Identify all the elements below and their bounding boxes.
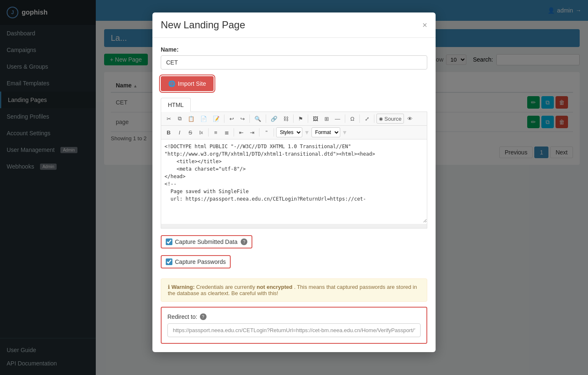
modal-close-button[interactable]: ×	[422, 20, 427, 30]
find-button[interactable]: 🔍	[252, 114, 264, 124]
html-editor[interactable]: <!DOCTYPE html PUBLIC "-//W3C//DTD XHTML…	[161, 139, 427, 223]
toolbar-sep	[249, 114, 250, 123]
table-button[interactable]: ⊞	[321, 114, 331, 124]
capture-submitted-checkbox[interactable]	[166, 238, 172, 245]
special-char-button[interactable]: Ω	[347, 114, 357, 124]
redirect-label: Redirect to: ?	[167, 313, 421, 320]
toolbar-sep	[293, 114, 294, 123]
paste-text-button[interactable]: 📄	[198, 114, 209, 124]
italic-button[interactable]: I	[174, 127, 184, 137]
undo-button[interactable]: ↩	[227, 114, 237, 124]
warning-icon: ℹ	[168, 284, 170, 290]
tab-html[interactable]: HTML	[161, 98, 191, 112]
modal-header: New Landing Page ×	[152, 12, 436, 38]
capture-submitted-wrapper: Capture Submitted Data ?	[161, 235, 427, 252]
format-select[interactable]: Format	[311, 127, 340, 137]
bold-button[interactable]: B	[164, 127, 174, 137]
toolbar-row1: ✂ ⧉ 📋 📄 📝 ↩ ↪ 🔍 🔗 ⛓ ⚑	[161, 112, 427, 126]
editor-scrollbar	[161, 224, 427, 228]
capture-submitted-group: Capture Submitted Data ?	[161, 235, 252, 248]
globe-icon: 🌐	[168, 80, 175, 87]
source-button[interactable]: ◉ Source	[376, 114, 404, 124]
redo-button[interactable]: ↪	[237, 114, 247, 124]
toolbar-sep	[208, 128, 209, 137]
capture-passwords-group: Capture Passwords	[161, 255, 231, 268]
toolbar-sep	[234, 128, 234, 137]
warning-body: Credentials are currently	[196, 284, 257, 290]
modal-overlay: New Landing Page × Name: 🌐 Import Site H…	[0, 0, 588, 375]
warning-box: ℹ Warning: Credentials are currently not…	[161, 278, 427, 302]
capture-passwords-wrapper: Capture Passwords	[161, 255, 427, 272]
capture-passwords-label: Capture Passwords	[175, 258, 226, 265]
modal-title: New Landing Page	[161, 19, 245, 31]
blockquote-button[interactable]: "	[262, 127, 272, 137]
modal-body: Name: 🌐 Import Site HTML ✂	[152, 38, 436, 352]
import-site-button[interactable]: 🌐 Import Site	[161, 76, 214, 91]
strike-button[interactable]: S	[185, 127, 195, 137]
name-input[interactable]	[161, 55, 427, 70]
capture-submitted-help-icon[interactable]: ?	[241, 238, 247, 245]
new-landing-page-modal: New Landing Page × Name: 🌐 Import Site H…	[152, 12, 436, 352]
toolbar-sep	[259, 128, 259, 137]
ol-button[interactable]: ≡	[211, 127, 221, 137]
toolbar-sep	[274, 128, 274, 137]
preview-button[interactable]: 👁	[405, 114, 415, 124]
toolbar-sep	[266, 114, 266, 123]
warning-bold: not encrypted	[257, 284, 292, 290]
toolbar-row2: B I S Ix ≡ ≣ ⇤ ⇥ " Styles	[161, 126, 427, 139]
image-button[interactable]: 🖼	[310, 114, 321, 124]
unlink-button[interactable]: ⛓	[281, 114, 291, 124]
editor-tabs: HTML	[161, 98, 427, 112]
indent-button[interactable]: ⇥	[247, 127, 257, 137]
outdent-button[interactable]: ⇤	[236, 127, 246, 137]
maximize-button[interactable]: ⤢	[362, 114, 372, 124]
link-button[interactable]: 🔗	[268, 114, 280, 124]
cut-button[interactable]: ✂	[164, 114, 174, 124]
hr-button[interactable]: —	[332, 114, 343, 124]
warning-prefix: Warning:	[172, 284, 195, 290]
capture-submitted-label: Capture Submitted Data	[175, 238, 237, 245]
toolbar-sep	[374, 114, 374, 123]
copy-toolbar-button[interactable]: ⧉	[174, 114, 184, 124]
toolbar-sep	[359, 114, 360, 123]
subscript-button[interactable]: Ix	[196, 127, 206, 137]
name-label: Name:	[161, 46, 427, 53]
name-form-group: Name:	[161, 46, 427, 70]
paste-button[interactable]: 📋	[185, 114, 197, 124]
source-icon: ◉	[379, 116, 383, 122]
flag-button[interactable]: ⚑	[296, 114, 306, 124]
capture-section: Capture Submitted Data ? Capture Passwor…	[161, 235, 427, 272]
editor-wrapper: ✂ ⧉ 📋 📄 📝 ↩ ↪ 🔍 🔗 ⛓ ⚑	[161, 112, 427, 228]
toolbar-sep	[224, 114, 224, 123]
redirect-help-icon[interactable]: ?	[200, 313, 207, 320]
toolbar-sep	[308, 114, 308, 123]
styles-select[interactable]: Styles	[276, 127, 302, 137]
paste-word-button[interactable]: 📝	[210, 114, 222, 124]
redirect-input[interactable]	[167, 323, 421, 337]
editor-section: HTML ✂ ⧉ 📋 📄 📝 ↩ ↪ 🔍	[161, 98, 427, 228]
import-site-section: 🌐 Import Site	[161, 76, 427, 91]
capture-passwords-checkbox[interactable]	[166, 258, 172, 265]
redirect-section: Redirect to: ?	[161, 307, 427, 344]
toolbar-sep	[345, 114, 345, 123]
ul-button[interactable]: ≣	[222, 127, 232, 137]
